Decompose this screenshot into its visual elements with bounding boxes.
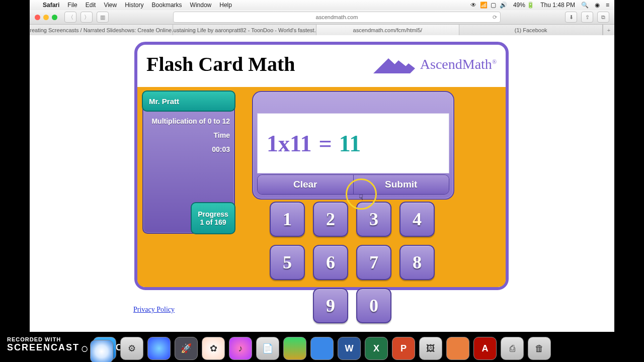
web-page: Flash Card Math AscendMath® Mr. Pratt Mu… [30,35,614,332]
downloads-button[interactable]: ⬇ [565,12,577,23]
zoom-window-button[interactable] [52,15,57,20]
close-window-button[interactable] [35,15,40,20]
window-controls [35,15,57,20]
dock-powerpoint-icon[interactable]: P [392,337,415,360]
forward-button[interactable]: 〉 [80,12,93,23]
progress-badge: Progress 1 of 169 [191,202,235,234]
clear-button[interactable]: Clear [258,175,353,194]
dock-itunes-icon[interactable]: ♪ [229,337,252,360]
reload-icon[interactable]: ⟳ [493,14,497,21]
dock-safari-icon[interactable] [90,340,113,362]
key-8[interactable]: 8 [399,245,435,280]
ascend-mark-icon [371,54,416,74]
status-icons: 👁 📶 ▢ 🔊 [470,2,507,9]
app-title: Flash Card Math [146,54,295,74]
key-0[interactable]: 0 [356,288,391,323]
dock-settings-icon[interactable]: ⚙ [120,337,143,360]
tab-3[interactable]: (1) Facebook [459,25,603,36]
mac-dock: ⚙ 🚀 ✿ ♪ 📄 W X P 🖼 A ⎙ 🗑 [60,330,584,362]
url-text: ascendmath.com [316,14,358,20]
menu-file[interactable]: File [67,2,77,9]
dock-scanner-icon[interactable]: ⎙ [501,337,524,360]
sidebar-panel: Mr. Pratt Multiplication of 0 to 12 Time… [142,91,235,234]
key-6[interactable]: 6 [313,245,348,280]
safari-window: 〈 〉 ▥ ascendmath.com ⟳ ⬇ ⇪ ⧉ Creating Sc… [30,10,614,332]
submit-button[interactable]: Submit [353,175,449,194]
teacher-name: Mr. Pratt [142,90,235,112]
tab-2[interactable]: ascendmath.com/fcm/html5/ [316,25,460,36]
key-5[interactable]: 5 [270,245,305,280]
answer-text: 11 [339,130,361,157]
flashcard-display: 1x11 = 11 [257,113,449,173]
key-7[interactable]: 7 [356,245,391,280]
notification-center-icon[interactable]: ≡ [606,2,609,9]
menu-view[interactable]: View [104,2,117,9]
flashcard: 1x11 = 11 Clear Submit [252,91,454,200]
clock: Thu 1:48 PM [540,2,575,9]
dock-trash-icon[interactable]: 🗑 [528,337,551,360]
menu-edit[interactable]: Edit [86,2,96,9]
lesson-label: Multiplication of 0 to 12 [147,117,230,125]
battery-status: 49% 🔋 [513,2,534,9]
dock-active-app-icon[interactable] [446,337,469,360]
dock-keynote-icon[interactable] [310,337,334,360]
share-button[interactable]: ⇪ [581,12,593,23]
key-9[interactable]: 9 [313,288,348,323]
app-header: Flash Card Math AscendMath® [137,45,506,84]
flashcard-app: Flash Card Math AscendMath® Mr. Pratt Mu… [134,42,509,290]
number-keypad: 1 2 3 4 5 6 7 8 9 0 [252,202,452,323]
dock-launchpad-icon[interactable]: 🚀 [175,337,198,360]
progress-label: Progress [198,210,228,218]
mac-menubar: Safari File Edit View History Bookmarks … [30,0,614,11]
key-2[interactable]: 2 [313,202,348,237]
dock-numbers-icon[interactable] [283,337,306,360]
tab-strip: Creating Screencasts / Narrated Slidesho… [30,25,614,36]
equals-sign: = [318,130,332,157]
menubar-app[interactable]: Safari [43,2,59,9]
brand-text: AscendMath® [420,56,497,72]
time-label: Time [147,131,230,139]
brand-logo: AscendMath® [371,54,497,74]
dock-photos-icon[interactable]: ✿ [202,337,225,360]
sidebar-toggle-button[interactable]: ▥ [97,12,109,23]
spotlight-icon[interactable]: 🔍 [581,2,589,9]
dock-textedit-icon[interactable]: 📄 [256,337,279,360]
minimize-window-button[interactable] [43,15,49,20]
menu-history[interactable]: History [125,2,143,9]
key-4[interactable]: 4 [399,202,435,237]
menu-window[interactable]: Window [190,2,212,9]
tab-0[interactable]: Creating Screencasts / Narrated Slidesho… [30,25,173,36]
new-tab-button[interactable]: + [603,25,614,36]
back-button[interactable]: 〈 [64,12,76,23]
dock-siri-icon[interactable] [147,337,171,360]
dock-acrobat-icon[interactable]: A [473,337,497,360]
progress-value: 1 of 169 [200,218,226,226]
time-value: 00:03 [147,145,230,153]
dock-preview-icon[interactable]: 🖼 [419,337,442,360]
key-3[interactable]: 3 [356,202,391,237]
app-body: Mr. Pratt Multiplication of 0 to 12 Time… [137,87,506,287]
privacy-policy-link[interactable]: Privacy Policy [133,306,175,314]
dock-excel-icon[interactable]: X [365,337,388,360]
address-bar[interactable]: ascendmath.com ⟳ [173,12,501,23]
safari-toolbar: 〈 〉 ▥ ascendmath.com ⟳ ⬇ ⇪ ⧉ [30,10,614,25]
menu-help[interactable]: Help [219,2,232,9]
tabs-overview-button[interactable]: ⧉ [597,12,609,23]
menu-bookmarks[interactable]: Bookmarks [152,2,182,9]
dock-word-icon[interactable]: W [338,337,361,360]
tab-1[interactable]: Sustaining Life by aaronpratt82 - ToonDo… [173,25,316,36]
question-text: 1x11 [267,130,311,157]
key-1[interactable]: 1 [270,202,305,237]
siri-icon[interactable]: ◉ [595,2,600,9]
